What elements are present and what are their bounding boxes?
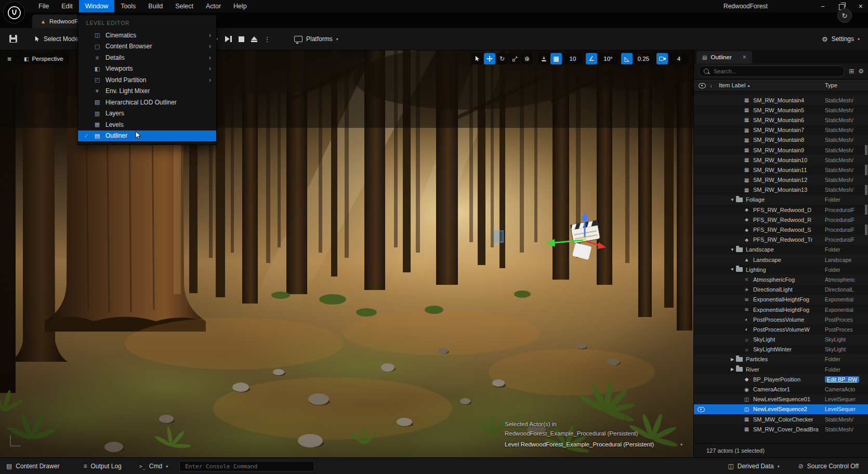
frame-skip-icon[interactable] xyxy=(225,36,232,42)
row-pfs-rw-redwood-s[interactable]: ♣ PFS_RW_Redwood_S ProceduralF xyxy=(694,225,868,234)
row-landscape[interactable]: ▲ Landscape Landscape xyxy=(694,255,868,265)
menu-item-cinematics[interactable]: ◫ Cinematics › xyxy=(78,30,216,41)
row-lighting[interactable]: ▼ Lighting Folder xyxy=(694,265,868,274)
row-landscape[interactable]: ▼ Landscape Folder xyxy=(694,245,868,255)
row-sm-rw-mountain7[interactable]: ▦ SM_RW_Mountain7 StaticMesh/ xyxy=(694,125,868,135)
scale-tool-icon[interactable] xyxy=(509,53,520,64)
row-sm-rw-mountain9[interactable]: ▦ SM_RW_Mountain9 StaticMesh/ xyxy=(694,145,868,155)
row-cameraactor1[interactable]: ◉ CameraActor1 CameraActo xyxy=(694,384,868,394)
item-label-column-header[interactable]: Item Label xyxy=(719,82,745,88)
menu-item-layers[interactable]: ▥ Layers › xyxy=(78,108,216,120)
row-sm-mw-colorchecker[interactable]: ▦ SM_MW_ColorChecker StaticMesh/ xyxy=(694,414,868,424)
row-foliage[interactable]: ▼ Foliage Folder xyxy=(694,195,868,205)
visibility-column-eye-icon[interactable] xyxy=(698,82,706,89)
row-directionallight[interactable]: ☀ DirectionalLight DirectionalL xyxy=(694,285,868,295)
row-sm-rw-cover-deadbra[interactable]: ▦ SM_RW_Cover_DeadBra StaticMesh/ xyxy=(694,424,868,434)
unreal-logo-icon[interactable] xyxy=(3,2,25,23)
menu-item-world-partition[interactable]: ◰ World Partition › xyxy=(78,74,216,86)
row-sm-rw-mountain4[interactable]: ▦ SM_RW_Mountain4 StaticMesh/ xyxy=(694,95,868,105)
row-bp-playerposition[interactable]: ◆ BP_PlayerPosition Edit BP_RW xyxy=(694,374,868,384)
menu-file[interactable]: File xyxy=(32,0,55,12)
expander-arrow-icon[interactable]: ▶ xyxy=(729,367,735,372)
menu-build[interactable]: Build xyxy=(142,0,169,12)
launch-icon[interactable] xyxy=(251,36,257,42)
cmd-dropdown[interactable]: >_ Cmd ▾ xyxy=(139,463,168,470)
menu-item-viewports[interactable]: ◧ Viewports › xyxy=(78,63,216,75)
output-log-button[interactable]: ≡ Output Log xyxy=(83,463,121,470)
rotate-tool-icon[interactable]: ↻ xyxy=(496,53,508,64)
outliner-settings-gear-icon[interactable]: ⚙ xyxy=(858,68,864,75)
row-skylightwinter[interactable]: ☼ SkyLightWinter SkyLight xyxy=(694,345,868,354)
content-drawer-button[interactable]: ▤ Content Drawer xyxy=(6,463,59,470)
grid-snap-icon[interactable]: ▦ xyxy=(550,53,562,64)
perspective-button[interactable]: ◧ Perspective xyxy=(19,53,69,64)
expander-arrow-icon[interactable]: ▼ xyxy=(729,247,735,252)
row-particles[interactable]: ▶ Particles Folder xyxy=(694,354,868,364)
menu-item-env-light-mixer[interactable]: ☀ Env. Light Mixer › xyxy=(78,86,216,97)
row-atmosphericfog[interactable]: ≈ AtmosphericFog Atmospheric xyxy=(694,274,868,284)
row-sm-rw-mountain13[interactable]: ▦ SM_RW_Mountain13 StaticMesh/ xyxy=(694,185,868,195)
menu-item-details[interactable]: ≡ Details › xyxy=(78,52,216,63)
minimize-icon[interactable]: − xyxy=(821,3,825,10)
menu-actor[interactable]: Actor xyxy=(200,0,227,12)
grid-snap-value[interactable]: 10 xyxy=(563,53,583,64)
row-sm-rw-mountain6[interactable]: ▦ SM_RW_Mountain6 StaticMesh/ xyxy=(694,115,868,125)
menu-select[interactable]: Select xyxy=(169,0,200,12)
row-exponentialheightfog[interactable]: ≋ ExponentialHeightFog Exponential xyxy=(694,305,868,314)
row-pfs-rw-redwood-d[interactable]: ♣ PFS_RW_Redwood_D ProceduralF xyxy=(694,205,868,215)
expander-arrow-icon[interactable]: ▼ xyxy=(729,267,735,272)
select-mode-button[interactable]: Select Mode ▾ xyxy=(34,33,84,45)
menu-edit[interactable]: Edit xyxy=(55,0,79,12)
row-pfs-rw-redwood-tr[interactable]: ♣ PFS_RW_Redwood_Tr ProceduralF xyxy=(694,235,868,245)
coordinate-globe-icon[interactable]: ⊕ xyxy=(521,53,533,64)
row-newlevelsequence01[interactable]: ◫ NewLevelSequence01 LevelSequer xyxy=(694,394,868,404)
select-tool-icon[interactable] xyxy=(471,53,483,64)
row-newlevelsequence2[interactable]: ◫ NewLevelSequence2 LevelSequer xyxy=(694,404,868,414)
console-input[interactable] xyxy=(179,461,314,471)
kebab-menu-icon[interactable]: ⋮ xyxy=(264,35,271,43)
row-postprocessvolume[interactable]: ◐ PostProcessVolume PostProces xyxy=(694,314,868,324)
dock-icon[interactable]: ⊞ xyxy=(849,68,854,75)
camera-speed-icon[interactable] xyxy=(656,53,668,64)
source-control-button[interactable]: ⊘ Source Control Off xyxy=(798,463,859,470)
row-sm-rw-mountain10[interactable]: ▦ SM_RW_Mountain10 StaticMesh/ xyxy=(694,155,868,165)
row-skylight[interactable]: ☼ SkyLight SkyLight xyxy=(694,335,868,345)
menu-item-content-browser[interactable]: ▢ Content Browser › xyxy=(78,41,216,52)
menu-item-hierarchical-lod-outliner[interactable]: ▧ Hierarchical LOD Outliner › xyxy=(78,97,216,108)
row-sm-rw-mountain5[interactable]: ▦ SM_RW_Mountain5 StaticMesh/ xyxy=(694,105,868,115)
menu-item-levels[interactable]: ▦ Levels › xyxy=(78,119,216,130)
row-sm-rw-mountain12[interactable]: ▦ SM_RW_Mountain12 StaticMesh/ xyxy=(694,175,868,185)
sync-icon[interactable]: ↻ xyxy=(837,8,852,23)
menu-window[interactable]: Window xyxy=(79,0,114,12)
row-exponentialheightfog[interactable]: ≋ ExponentialHeightFog Exponential xyxy=(694,295,868,305)
row-river[interactable]: ▶ River Folder xyxy=(694,364,868,374)
close-tab-icon[interactable]: × xyxy=(743,54,746,61)
expander-arrow-icon[interactable]: ▶ xyxy=(729,357,735,362)
row-sm-rw-mountain11[interactable]: ▦ SM_RW_Mountain11 StaticMesh/ xyxy=(694,165,868,175)
sort-direction-icon[interactable]: ↓ xyxy=(706,83,716,88)
outliner-tab[interactable]: ▤ Outliner × xyxy=(696,51,752,63)
viewport-menu-icon[interactable]: ≡ xyxy=(3,53,16,64)
settings-button[interactable]: ⚙ Settings ▾ xyxy=(822,33,860,45)
platforms-button[interactable]: Platforms ▾ xyxy=(294,33,338,45)
rotation-snap-value[interactable]: 10° xyxy=(598,53,618,64)
save-icon[interactable] xyxy=(9,35,17,43)
visibility-eye-icon[interactable] xyxy=(697,405,705,413)
type-column-header[interactable]: Type xyxy=(825,82,837,88)
current-level-indicator[interactable]: Level RedwoodForest_Example_Procedural (… xyxy=(505,441,682,447)
derived-data-button[interactable]: ◫ Derived Data ▾ xyxy=(728,463,779,470)
scale-snap-value[interactable]: 0.25 xyxy=(634,53,653,64)
menu-tools[interactable]: Tools xyxy=(114,0,142,12)
rotation-snap-icon[interactable]: ∠ xyxy=(586,53,597,64)
stop-icon[interactable] xyxy=(239,36,244,42)
menu-item-outliner[interactable]: ✓ ▤ Outliner › xyxy=(78,130,216,142)
menu-help[interactable]: Help xyxy=(227,0,253,12)
row-postprocessvolumew[interactable]: ◐ PostProcessVolumeW PostProces xyxy=(694,324,868,334)
search-input[interactable] xyxy=(713,68,839,75)
close-icon[interactable]: × xyxy=(859,3,863,10)
surface-snap-icon[interactable] xyxy=(538,53,549,64)
row-pfs-rw-redwood-r[interactable]: ♣ PFS_RW_Redwood_R ProceduralF xyxy=(694,215,868,225)
row-sm-rw-mountain8[interactable]: ▦ SM_RW_Mountain8 StaticMesh/ xyxy=(694,135,868,145)
expander-arrow-icon[interactable]: ▼ xyxy=(729,198,735,202)
search-box[interactable] xyxy=(699,65,845,77)
